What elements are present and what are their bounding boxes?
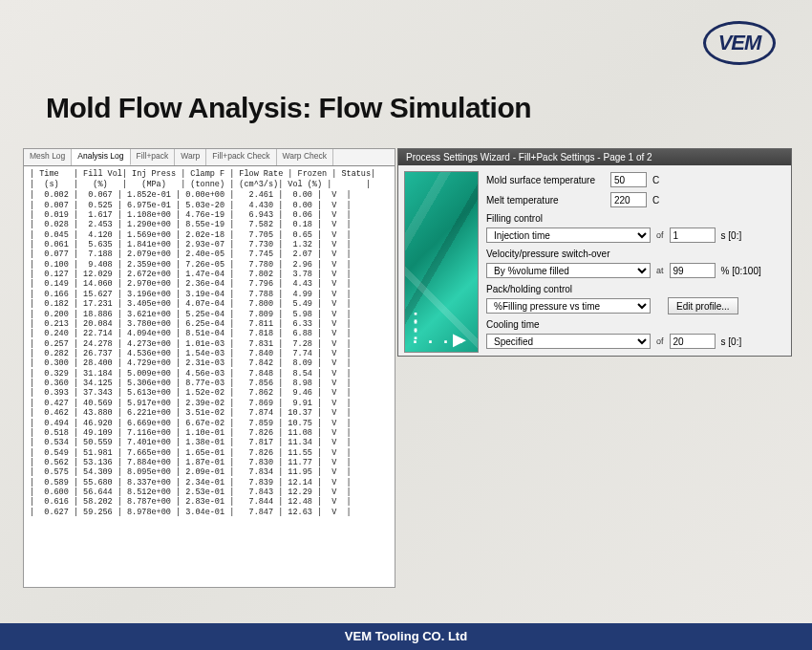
- analysis-log-panel: Mesh LogAnalysis LogFill+packWarpFill+pa…: [23, 148, 395, 588]
- input-melt-temp[interactable]: [610, 192, 647, 207]
- unit-vp: % [0:100]: [719, 266, 761, 276]
- label-filling-control: Filling control: [486, 211, 785, 224]
- row-melt-temp: Melt temperature C: [486, 191, 785, 208]
- log-tab-warp[interactable]: Warp: [175, 149, 206, 165]
- vem-logo: VEM: [703, 21, 776, 65]
- wizard-body: : : : · · · · ▶ Mold surface temperature…: [398, 165, 791, 358]
- wizard-form: Mold surface temperature C Melt temperat…: [486, 171, 785, 353]
- label-vp-at: at: [654, 266, 666, 275]
- label-filling-of: of: [654, 230, 666, 240]
- log-tab-warp-check[interactable]: Warp Check: [277, 149, 333, 165]
- log-tab-strip: Mesh LogAnalysis LogFill+packWarpFill+pa…: [24, 149, 395, 166]
- unit-melt-temp: C: [651, 195, 659, 206]
- wizard-title-bar: Process Settings Wizard - Fill+Pack Sett…: [398, 149, 791, 165]
- input-filling-value[interactable]: [670, 228, 716, 243]
- select-pack-holding[interactable]: %Filling pressure vs time: [486, 298, 651, 314]
- row-cooling: Specified of s [0:]: [486, 333, 785, 350]
- label-mold-surface-temp: Mold surface temperature: [486, 175, 607, 185]
- log-header-line1: | Time | Fill Vol| Inj Press | Clamp F |…: [30, 169, 375, 179]
- log-tab-fill-pack-check[interactable]: Fill+pack Check: [206, 149, 276, 165]
- input-vp-value[interactable]: [670, 263, 716, 278]
- label-vp-switch: Velocity/pressure switch-over: [486, 247, 785, 259]
- log-header-line2: | (s) | (%) | (MPa) | (tonne) | (cm^3/s)…: [30, 180, 371, 189]
- label-pack-holding: Pack/holding control: [486, 282, 785, 294]
- logo-text: VEM: [718, 31, 761, 55]
- row-filling-control: Injection time of s [0:]: [486, 227, 785, 244]
- row-vp-switch: By %volume filled at % [0:100]: [486, 262, 785, 279]
- page-footer: VEM Tooling CO. Ltd: [0, 623, 812, 650]
- wizard-flow-arrow-icon: : : : · · · · ▶: [413, 313, 466, 344]
- row-mold-surface-temp: Mold surface temperature C: [486, 171, 785, 188]
- unit-mold-surface-temp: C: [651, 175, 659, 185]
- row-pack-holding: %Filling pressure vs time Edit profile..…: [486, 297, 785, 314]
- process-settings-wizard: Process Settings Wizard - Fill+Pack Sett…: [397, 148, 792, 357]
- log-tab-fill-pack[interactable]: Fill+pack: [131, 149, 176, 165]
- unit-cooling: s [0:]: [719, 336, 742, 347]
- input-cooling-value[interactable]: [670, 334, 716, 349]
- select-filling-control[interactable]: Injection time: [486, 228, 651, 243]
- app-container: Mesh LogAnalysis LogFill+packWarpFill+pa…: [23, 148, 792, 588]
- unit-filling: s [0:]: [719, 230, 742, 241]
- log-body: | 0.002 | 0.067 | 1.852e-01 | 0.00e+00 |…: [24, 190, 395, 587]
- input-mold-surface-temp[interactable]: [610, 172, 647, 187]
- log-header: | Time | Fill Vol| Inj Press | Clamp F |…: [24, 166, 395, 190]
- select-vp-switch[interactable]: By %volume filled: [486, 263, 651, 278]
- label-cooling: Cooling time: [486, 317, 785, 330]
- select-cooling[interactable]: Specified: [486, 334, 651, 349]
- label-melt-temp: Melt temperature: [486, 195, 607, 206]
- log-tab-analysis-log[interactable]: Analysis Log: [72, 149, 130, 165]
- wizard-sidebar-image: : : : · · · · ▶: [404, 171, 479, 353]
- edit-profile-button[interactable]: Edit profile...: [668, 297, 738, 314]
- label-cooling-of: of: [654, 336, 666, 346]
- log-tab-mesh-log[interactable]: Mesh Log: [24, 149, 72, 165]
- page-title: Mold Flow Analysis: Flow Simulation: [46, 92, 531, 124]
